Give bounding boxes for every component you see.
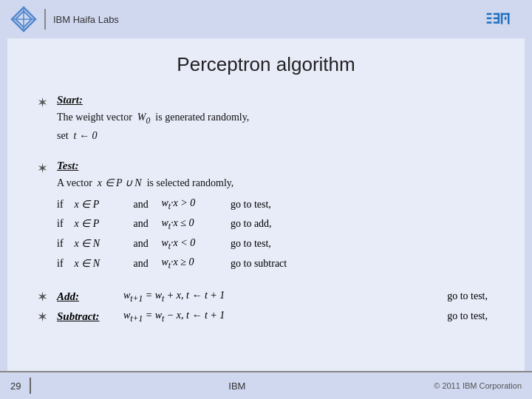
start-text: The weight vector W0 is generated random…	[57, 109, 495, 145]
footer-divider	[30, 378, 31, 394]
add-line: ✶ Add: wt+1 = wt + x, t ← t + 1 go to te…	[37, 288, 495, 305]
goto-3: go to test,	[225, 235, 495, 253]
header: IBM Haifa Labs	[0, 0, 532, 38]
cond-set-2: x ∈ P	[72, 215, 131, 233]
bullet-test: ✶	[37, 160, 48, 273]
vector-x: x ∈ P ∪ N	[98, 177, 142, 188]
cond-set-4: x ∈ N	[72, 255, 131, 273]
svg-rect-15	[505, 17, 507, 20]
subtract-goto: go to test,	[447, 310, 495, 322]
start-content: Start: The weight vector W0 is generated…	[57, 94, 495, 145]
and-3: and	[131, 235, 159, 253]
cond-set-1: x ∈ P	[72, 196, 131, 214]
test-section: ✶ Test: A vector x ∈ P ∪ N is selected r…	[37, 160, 495, 273]
bullet-start: ✶	[37, 95, 48, 145]
page-title: Perceptron algorithm	[37, 53, 495, 76]
w0-math: W0	[137, 112, 151, 123]
bullet-add: ✶	[37, 289, 48, 305]
test-row-2: if x ∈ N and wt·x < 0 go to test,	[57, 234, 495, 254]
goto-4: go to subtract	[225, 255, 495, 273]
test-intro: A vector x ∈ P ∪ N is selected randomly,	[57, 175, 495, 191]
test-row-1: if x ∈ P and wt·x ≤ 0 go to add,	[57, 214, 495, 234]
footer-center-label: IBM	[40, 381, 434, 392]
t-assign: t ← 0	[74, 130, 98, 141]
if-1: if	[57, 196, 72, 214]
test-lines: if x ∈ P and wt·x > 0 go to test, if x ∈…	[57, 194, 495, 273]
if-2: if	[57, 215, 72, 233]
add-subtract-block: ✶ Add: wt+1 = wt + x, t ← t + 1 go to te…	[37, 288, 495, 325]
subtract-label: Subtract:	[57, 310, 123, 323]
svg-rect-14	[508, 13, 510, 24]
cond-set-3: x ∈ N	[72, 235, 131, 253]
svg-rect-7	[494, 13, 499, 16]
test-row-0: if x ∈ P and wt·x > 0 go to test,	[57, 194, 495, 214]
and-2: and	[131, 215, 159, 233]
svg-rect-6	[487, 21, 492, 24]
test-content: Test: A vector x ∈ P ∪ N is selected ran…	[57, 160, 495, 273]
cond-expr-3: wt·x < 0	[159, 234, 225, 254]
svg-rect-5	[487, 18, 492, 20]
ibm-diamond-logo	[10, 6, 37, 33]
cond-expr-4: wt·x ≥ 0	[159, 253, 225, 273]
footer: 29 IBM © 2011 IBM Corporation	[0, 371, 532, 399]
start-line2: set t ← 0	[57, 130, 97, 141]
start-label: Start:	[57, 94, 495, 106]
cond-expr-1: wt·x > 0	[159, 194, 225, 214]
bullet-subtract: ✶	[37, 309, 48, 325]
test-label: Test:	[57, 160, 495, 172]
goto-2: go to add,	[225, 215, 495, 233]
cond-expr-2: wt·x ≤ 0	[159, 214, 225, 234]
subtract-formula: wt+1 = wt − x, t ← t + 1	[123, 310, 330, 324]
header-left: IBM Haifa Labs	[10, 6, 119, 33]
subtract-line: ✶ Subtract: wt+1 = wt − x, t ← t + 1 go …	[37, 308, 495, 325]
and-4: and	[131, 255, 159, 273]
header-divider	[44, 9, 46, 30]
svg-rect-11	[498, 18, 500, 24]
footer-page-number: 29	[10, 381, 21, 392]
goto-1: go to test,	[225, 196, 495, 214]
svg-rect-4	[487, 13, 492, 16]
svg-rect-9	[494, 21, 499, 24]
if-4: if	[57, 255, 72, 273]
start-section: ✶ Start: The weight vector W0 is generat…	[37, 94, 495, 145]
ibm-brand-logo	[486, 12, 522, 27]
add-goto: go to test,	[447, 290, 495, 302]
test-row-3: if x ∈ N and wt·x ≥ 0 go to subtract	[57, 253, 495, 273]
add-formula: wt+1 = wt + x, t ← t + 1	[123, 290, 330, 304]
add-label: Add:	[57, 290, 123, 303]
svg-rect-10	[498, 13, 500, 18]
if-3: if	[57, 235, 72, 253]
footer-copyright: © 2011 IBM Corporation	[434, 381, 522, 390]
start-line1: The weight vector W0 is generated random…	[57, 112, 249, 123]
main-content: Perceptron algorithm ✶ Start: The weight…	[7, 38, 525, 371]
header-title: IBM Haifa Labs	[53, 14, 119, 25]
and-1: and	[131, 196, 159, 214]
